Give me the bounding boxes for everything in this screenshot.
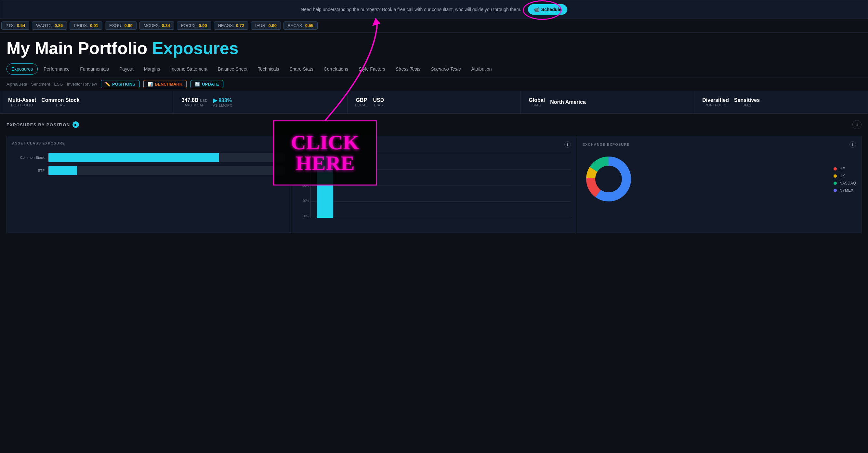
positions-button[interactable]: ✏️ POSITIONS xyxy=(101,80,140,88)
stat-global: Global Bias xyxy=(529,97,545,107)
stat-avg-mcap-label: Avg MCap xyxy=(185,103,205,107)
sub-nav-investor-review[interactable]: Investor Review xyxy=(67,82,97,87)
ticker-ieur: IEUR: 0.90 xyxy=(251,22,281,30)
legend-he: HE xyxy=(834,167,856,171)
stat-common-stock-value: Common Stock xyxy=(41,97,79,103)
stat-sensitives-value: Sensitives xyxy=(734,97,760,103)
charts-grid: ASSET CLASS EXPOSURE Common Stock ETF xyxy=(6,136,862,233)
notification-text: Need help understanding the numbers? Boo… xyxy=(301,7,522,12)
stats-market-cap: 347.8B USD Avg MCap ▶ 833% vs LMOPX xyxy=(174,91,347,113)
legend-label-nasdaq: NASDAQ xyxy=(839,181,856,186)
sub-nav: Alpha/Beta Sentiment ESG Investor Review… xyxy=(0,78,868,91)
market-cap-panel: MARKET CAP EXPOSURE ℹ 70% 60% 50% 40% 30… xyxy=(291,136,576,233)
ticker-mcdfx: MCDFX: 0.34 xyxy=(140,22,174,30)
stats-bar: Multi-Asset Portfolio Common Stock Bias … xyxy=(0,91,868,114)
stats-currency: GBP Local USD Bias xyxy=(347,91,521,113)
benchmark-button[interactable]: 📊 BENCHMARK xyxy=(143,80,187,88)
tab-scenario-tests[interactable]: Scenario Tests xyxy=(426,64,465,74)
stat-north-america: North America xyxy=(550,99,586,105)
expand-button[interactable]: ▶ xyxy=(72,121,79,128)
donut-container: HE HK NASDAQ NYMEX xyxy=(583,153,856,206)
sub-nav-alpha-beta[interactable]: Alpha/Beta xyxy=(6,82,27,87)
tab-fundamentals[interactable]: Fundamentals xyxy=(75,64,114,74)
portfolio-view: Exposures xyxy=(152,39,239,58)
bar-track-etf xyxy=(49,166,285,175)
section-title-text: EXPOSURES BY POSITION xyxy=(6,122,70,127)
tab-margins[interactable]: Margins xyxy=(140,64,165,74)
market-cap-bar xyxy=(317,156,333,218)
stat-diversified-label: Portfolio xyxy=(705,103,726,107)
tab-performance[interactable]: Performance xyxy=(39,64,74,74)
stat-bias-label: Bias xyxy=(56,103,65,107)
legend-nasdaq: NASDAQ xyxy=(834,181,856,186)
stat-local: GBP Local xyxy=(355,97,368,107)
ticker-bar: PTX: 0.54 WAGTX: 0.86 PRIDX: 0.91 ESGU: … xyxy=(0,19,868,32)
donut-svg xyxy=(583,153,827,206)
stat-global-label: Bias xyxy=(532,103,541,107)
tab-balance-sheet[interactable]: Balance Sheet xyxy=(213,64,252,74)
stat-local-label: Local xyxy=(355,103,368,107)
portfolio-title: My Main Portfolio Exposures xyxy=(6,39,862,58)
market-cap-title-text: MARKET CAP EXPOSURE xyxy=(297,143,348,146)
stat-diversified: Diversified Portfolio xyxy=(702,97,729,107)
tab-payout[interactable]: Payout xyxy=(115,64,138,74)
ticker-bacax: BACAX: 0.55 xyxy=(283,22,318,30)
tab-stress-tests[interactable]: Stress Tests xyxy=(391,64,425,74)
ticker-neagx: NEAGX: 0.72 xyxy=(214,22,248,30)
stat-vs-lmopx: ▶ 833% vs LMOPX xyxy=(213,97,232,107)
edit-icon: ✏️ xyxy=(105,82,110,87)
stat-bias-usd-label: Bias xyxy=(374,103,383,107)
schedule-btn-wrapper: 📹 Schedule xyxy=(528,4,567,15)
section-header: EXPOSURES BY POSITION ▶ ℹ xyxy=(6,120,862,129)
market-cap-title: MARKET CAP EXPOSURE ℹ xyxy=(297,141,570,148)
stat-multi-asset-value: Multi-Asset xyxy=(8,97,36,103)
schedule-button[interactable]: 📹 Schedule xyxy=(528,4,567,15)
legend-hk: HK xyxy=(834,174,856,178)
stat-sensitives: Sensitives Bias xyxy=(734,97,760,107)
positions-label: POSITIONS xyxy=(112,82,135,87)
notification-bar: Need help understanding the numbers? Boo… xyxy=(0,0,868,19)
tab-share-stats[interactable]: Share Stats xyxy=(285,64,318,74)
ticker-wagtx: WAGTX: 0.86 xyxy=(32,22,67,30)
asset-class-title: ASSET CLASS EXPOSURE xyxy=(12,141,285,145)
stat-avg-mcap: 347.8B USD Avg MCap xyxy=(182,97,208,107)
update-button[interactable]: 🔄 UPDATE xyxy=(190,80,223,88)
bar-fill-common-stock xyxy=(49,153,219,162)
stat-vs-lmopx-label: vs LMOPX xyxy=(213,104,232,107)
info-button[interactable]: ℹ xyxy=(852,120,862,129)
legend-label-nymex: NYMEX xyxy=(839,188,854,193)
tab-technicals[interactable]: Technicals xyxy=(253,64,283,74)
stats-portfolio-type: Multi-Asset Portfolio Common Stock Bias xyxy=(0,91,174,113)
ticker-esgu: ESGU: 0.99 xyxy=(105,22,137,30)
stat-vs-lmopx-value: ▶ 833% xyxy=(213,97,232,104)
legend-label-he: HE xyxy=(839,167,845,171)
exchange-info-button[interactable]: ℹ xyxy=(849,141,856,148)
stat-portfolio-label: Portfolio xyxy=(11,103,33,107)
tab-style-factors[interactable]: Style Factors xyxy=(354,64,390,74)
bar-label-common-stock: Common Stock xyxy=(12,155,44,160)
stat-multi-asset: Multi-Asset Portfolio xyxy=(8,97,36,107)
portfolio-header: My Main Portfolio Exposures xyxy=(0,32,868,61)
grid-line-40 xyxy=(310,201,570,202)
bar-fill-etf xyxy=(49,166,77,175)
section-title: EXPOSURES BY POSITION ▶ xyxy=(6,121,79,128)
asset-class-panel: ASSET CLASS EXPOSURE Common Stock ETF xyxy=(6,136,291,233)
sub-nav-sentiment[interactable]: Sentiment xyxy=(31,82,51,87)
tab-income-statement[interactable]: Income Statement xyxy=(166,64,212,74)
stat-bias-usd-value: USD xyxy=(373,97,384,103)
update-icon: 🔄 xyxy=(195,82,200,87)
legend-dot-hk xyxy=(834,174,837,178)
stat-common-stock: Common Stock Bias xyxy=(41,97,79,107)
sub-nav-esg[interactable]: ESG xyxy=(54,82,63,87)
stat-north-america-value: North America xyxy=(550,99,586,105)
stat-local-value: GBP xyxy=(356,97,367,103)
tab-exposures[interactable]: Exposures xyxy=(6,63,38,75)
tab-attribution[interactable]: Attribution xyxy=(466,64,496,74)
grid-line-50 xyxy=(310,186,570,186)
grid-line-70 xyxy=(310,153,570,153)
market-cap-info-button[interactable]: ℹ xyxy=(564,141,571,148)
grid-line-60 xyxy=(310,169,570,170)
stat-diversified-value: Diversified xyxy=(702,97,729,103)
tab-correlations[interactable]: Correlations xyxy=(319,64,353,74)
portfolio-name: My Main Portfolio xyxy=(6,39,147,58)
